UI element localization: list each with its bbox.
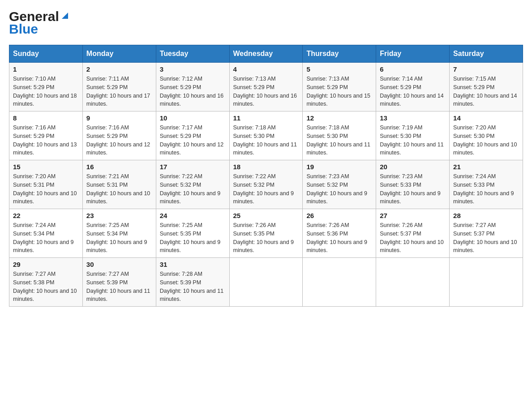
sunset-text: Sunset: 5:39 PM [86, 278, 152, 287]
calendar-cell-28: 28Sunrise: 7:27 AMSunset: 5:37 PMDayligh… [450, 209, 523, 258]
day-number: 15 [13, 163, 79, 171]
header-friday: Friday [376, 45, 450, 63]
sunrise-text: Sunrise: 7:19 AM [380, 124, 446, 132]
daylight-text: Daylight: 10 hours and 12 minutes. [86, 141, 152, 158]
day-info: Sunrise: 7:20 AMSunset: 5:30 PMDaylight:… [453, 124, 519, 157]
sunrise-text: Sunrise: 7:26 AM [380, 221, 446, 230]
day-number: 18 [233, 163, 299, 171]
header-tuesday: Tuesday [156, 45, 229, 63]
daylight-text: Daylight: 10 hours and 9 minutes. [233, 238, 299, 255]
calendar-cell-30: 30Sunrise: 7:27 AMSunset: 5:39 PMDayligh… [82, 258, 156, 307]
calendar-cell-9: 9Sunrise: 7:16 AMSunset: 5:29 PMDaylight… [82, 111, 156, 160]
header-monday: Monday [82, 45, 156, 63]
sunset-text: Sunset: 5:29 PM [380, 83, 446, 92]
day-number: 25 [233, 212, 299, 219]
day-info: Sunrise: 7:25 AMSunset: 5:34 PMDaylight:… [86, 221, 152, 255]
sunrise-text: Sunrise: 7:18 AM [233, 124, 299, 132]
day-number: 10 [160, 114, 226, 122]
day-info: Sunrise: 7:14 AMSunset: 5:29 PMDaylight:… [380, 75, 446, 108]
sunset-text: Sunset: 5:29 PM [13, 83, 79, 92]
sunrise-text: Sunrise: 7:25 AM [86, 221, 152, 230]
calendar-cell-empty [450, 258, 523, 307]
sunset-text: Sunset: 5:37 PM [453, 230, 519, 238]
sunrise-text: Sunrise: 7:18 AM [306, 124, 372, 132]
calendar-cell-25: 25Sunrise: 7:26 AMSunset: 5:35 PMDayligh… [229, 209, 303, 258]
day-number: 28 [453, 212, 519, 219]
calendar-cell-16: 16Sunrise: 7:21 AMSunset: 5:31 PMDayligh… [82, 160, 156, 209]
day-info: Sunrise: 7:23 AMSunset: 5:33 PMDaylight:… [380, 172, 446, 206]
daylight-text: Daylight: 10 hours and 16 minutes. [160, 92, 226, 109]
calendar-cell-11: 11Sunrise: 7:18 AMSunset: 5:30 PMDayligh… [229, 111, 303, 160]
day-info: Sunrise: 7:24 AMSunset: 5:33 PMDaylight:… [453, 172, 519, 206]
calendar-cell-8: 8Sunrise: 7:16 AMSunset: 5:29 PMDaylight… [9, 111, 83, 160]
day-number: 7 [453, 65, 519, 73]
calendar-cell-18: 18Sunrise: 7:22 AMSunset: 5:32 PMDayligh… [229, 160, 303, 209]
sunrise-text: Sunrise: 7:25 AM [160, 221, 226, 230]
sunset-text: Sunset: 5:38 PM [13, 278, 79, 287]
daylight-text: Daylight: 10 hours and 11 minutes. [380, 141, 446, 158]
day-info: Sunrise: 7:11 AMSunset: 5:29 PMDaylight:… [86, 75, 152, 108]
sunset-text: Sunset: 5:32 PM [160, 181, 226, 189]
day-info: Sunrise: 7:27 AMSunset: 5:38 PMDaylight:… [13, 270, 79, 304]
daylight-text: Daylight: 10 hours and 10 minutes. [13, 287, 79, 304]
day-info: Sunrise: 7:26 AMSunset: 5:37 PMDaylight:… [380, 221, 446, 255]
sunrise-text: Sunrise: 7:28 AM [160, 270, 226, 278]
day-info: Sunrise: 7:24 AMSunset: 5:34 PMDaylight:… [13, 221, 79, 255]
day-info: Sunrise: 7:25 AMSunset: 5:35 PMDaylight:… [160, 221, 226, 255]
calendar-cell-15: 15Sunrise: 7:20 AMSunset: 5:31 PMDayligh… [9, 160, 83, 209]
sunset-text: Sunset: 5:31 PM [86, 181, 152, 189]
sunrise-text: Sunrise: 7:27 AM [13, 270, 79, 278]
day-info: Sunrise: 7:16 AMSunset: 5:29 PMDaylight:… [13, 124, 79, 157]
day-info: Sunrise: 7:27 AMSunset: 5:39 PMDaylight:… [86, 270, 152, 304]
day-number: 31 [160, 261, 226, 268]
day-number: 29 [13, 261, 79, 268]
svg-marker-0 [62, 13, 68, 19]
calendar-cell-3: 3Sunrise: 7:12 AMSunset: 5:29 PMDaylight… [156, 63, 229, 111]
daylight-text: Daylight: 10 hours and 12 minutes. [160, 141, 226, 158]
sunrise-text: Sunrise: 7:16 AM [86, 124, 152, 132]
calendar-cell-10: 10Sunrise: 7:17 AMSunset: 5:29 PMDayligh… [156, 111, 229, 160]
daylight-text: Daylight: 10 hours and 9 minutes. [86, 238, 152, 255]
sunrise-text: Sunrise: 7:24 AM [453, 172, 519, 181]
sunrise-text: Sunrise: 7:15 AM [453, 75, 519, 83]
calendar-cell-27: 27Sunrise: 7:26 AMSunset: 5:37 PMDayligh… [376, 209, 450, 258]
sunset-text: Sunset: 5:34 PM [13, 230, 79, 238]
day-info: Sunrise: 7:19 AMSunset: 5:30 PMDaylight:… [380, 124, 446, 157]
day-number: 11 [233, 114, 299, 122]
daylight-text: Daylight: 10 hours and 9 minutes. [380, 189, 446, 206]
sunrise-text: Sunrise: 7:16 AM [13, 124, 79, 132]
day-number: 30 [86, 261, 152, 268]
calendar-cell-22: 22Sunrise: 7:24 AMSunset: 5:34 PMDayligh… [9, 209, 83, 258]
calendar-cell-7: 7Sunrise: 7:15 AMSunset: 5:29 PMDaylight… [450, 63, 523, 111]
calendar-cell-5: 5Sunrise: 7:13 AMSunset: 5:29 PMDaylight… [303, 63, 376, 111]
sunrise-text: Sunrise: 7:26 AM [306, 221, 372, 230]
day-number: 4 [233, 65, 299, 73]
day-number: 12 [306, 114, 372, 122]
daylight-text: Daylight: 10 hours and 9 minutes. [233, 189, 299, 206]
sunset-text: Sunset: 5:35 PM [160, 230, 226, 238]
day-number: 23 [86, 212, 152, 219]
sunset-text: Sunset: 5:39 PM [160, 278, 226, 287]
day-info: Sunrise: 7:13 AMSunset: 5:29 PMDaylight:… [306, 75, 372, 108]
header-wednesday: Wednesday [229, 45, 303, 63]
week-row-3: 15Sunrise: 7:20 AMSunset: 5:31 PMDayligh… [9, 160, 523, 209]
sunrise-text: Sunrise: 7:17 AM [160, 124, 226, 132]
calendar-cell-6: 6Sunrise: 7:14 AMSunset: 5:29 PMDaylight… [376, 63, 450, 111]
sunset-text: Sunset: 5:33 PM [453, 181, 519, 189]
sunrise-text: Sunrise: 7:14 AM [380, 75, 446, 83]
calendar-cell-17: 17Sunrise: 7:22 AMSunset: 5:32 PMDayligh… [156, 160, 229, 209]
day-number: 1 [13, 65, 79, 73]
day-info: Sunrise: 7:27 AMSunset: 5:37 PMDaylight:… [453, 221, 519, 255]
day-number: 9 [86, 114, 152, 122]
day-info: Sunrise: 7:17 AMSunset: 5:29 PMDaylight:… [160, 124, 226, 157]
daylight-text: Daylight: 10 hours and 13 minutes. [13, 141, 79, 158]
sunrise-text: Sunrise: 7:21 AM [86, 172, 152, 181]
sunrise-text: Sunrise: 7:27 AM [453, 221, 519, 230]
sunset-text: Sunset: 5:30 PM [233, 132, 299, 141]
sunrise-text: Sunrise: 7:11 AM [86, 75, 152, 83]
calendar-cell-4: 4Sunrise: 7:13 AMSunset: 5:29 PMDaylight… [229, 63, 303, 111]
daylight-text: Daylight: 10 hours and 14 minutes. [453, 92, 519, 109]
calendar-cell-20: 20Sunrise: 7:23 AMSunset: 5:33 PMDayligh… [376, 160, 450, 209]
daylight-text: Daylight: 10 hours and 10 minutes. [380, 238, 446, 255]
calendar-cell-2: 2Sunrise: 7:11 AMSunset: 5:29 PMDaylight… [82, 63, 156, 111]
